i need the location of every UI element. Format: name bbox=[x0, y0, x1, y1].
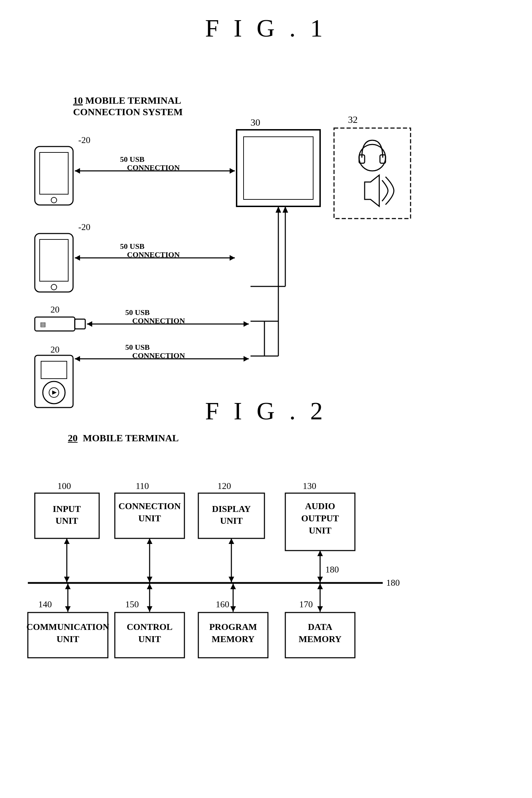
svg-text:UNIT: UNIT bbox=[138, 634, 161, 644]
svg-marker-79 bbox=[64, 538, 70, 544]
svg-rect-50 bbox=[41, 361, 67, 379]
fig2-title: F I G . 2 bbox=[0, 397, 532, 426]
svg-text:180: 180 bbox=[386, 578, 400, 588]
svg-marker-45 bbox=[244, 321, 249, 327]
svg-rect-4 bbox=[244, 137, 313, 199]
svg-text:170: 170 bbox=[299, 599, 313, 609]
svg-text:-20: -20 bbox=[78, 135, 90, 145]
svg-text:CONNECTION SYSTEM: CONNECTION SYSTEM bbox=[73, 106, 183, 117]
svg-marker-88 bbox=[317, 551, 323, 556]
svg-text:CONTROL: CONTROL bbox=[127, 622, 172, 632]
svg-rect-6 bbox=[334, 128, 411, 219]
svg-marker-86 bbox=[229, 577, 234, 582]
svg-text:MEMORY: MEMORY bbox=[299, 634, 342, 644]
svg-marker-118 bbox=[317, 606, 323, 612]
svg-marker-112 bbox=[147, 606, 152, 612]
svg-marker-115 bbox=[230, 606, 236, 612]
svg-marker-109 bbox=[65, 606, 71, 612]
svg-text:50 USB: 50 USB bbox=[125, 343, 150, 351]
svg-rect-13 bbox=[40, 152, 68, 194]
svg-text:UNIT: UNIT bbox=[309, 526, 331, 536]
svg-marker-117 bbox=[317, 584, 323, 589]
fig2-diagram: 100 INPUT UNIT 110 CONNECTION UNIT 120 D… bbox=[0, 454, 532, 767]
svg-marker-44 bbox=[87, 321, 92, 327]
svg-text:CONNECTION: CONNECTION bbox=[127, 250, 180, 259]
svg-marker-16 bbox=[75, 168, 80, 174]
svg-text:DATA: DATA bbox=[308, 622, 332, 632]
fig2-section: F I G . 2 20 MOBILE TERMINAL 100 INPUT U… bbox=[0, 383, 532, 798]
svg-text:-20: -20 bbox=[78, 222, 90, 232]
fig1-section: F I G . 1 10 MOBILE TERMINAL CONNECTION … bbox=[0, 0, 532, 383]
svg-text:140: 140 bbox=[38, 599, 52, 609]
svg-text:20: 20 bbox=[50, 305, 59, 315]
svg-text:UNIT: UNIT bbox=[220, 516, 243, 526]
svg-marker-85 bbox=[229, 538, 234, 544]
svg-marker-82 bbox=[147, 538, 152, 544]
svg-rect-41 bbox=[75, 319, 85, 329]
svg-text:110: 110 bbox=[136, 481, 149, 491]
svg-text:50 USB: 50 USB bbox=[125, 308, 150, 317]
svg-text:CONNECTION: CONNECTION bbox=[132, 351, 185, 360]
svg-marker-17 bbox=[230, 168, 235, 174]
svg-marker-56 bbox=[244, 356, 249, 362]
svg-text:UNIT: UNIT bbox=[56, 634, 79, 644]
svg-text:DISPLAY: DISPLAY bbox=[212, 504, 251, 514]
svg-marker-89 bbox=[317, 577, 323, 582]
svg-marker-111 bbox=[147, 584, 152, 589]
svg-text:COMMUNICATION: COMMUNICATION bbox=[26, 622, 109, 632]
svg-text:UNIT: UNIT bbox=[138, 513, 161, 523]
svg-text:130: 130 bbox=[303, 481, 316, 491]
svg-text:INPUT: INPUT bbox=[53, 504, 81, 514]
svg-text:150: 150 bbox=[125, 599, 139, 609]
svg-marker-80 bbox=[64, 577, 70, 582]
svg-rect-22 bbox=[40, 239, 68, 281]
svg-text:20: 20 bbox=[50, 345, 59, 355]
fig1-title: F I G . 1 bbox=[0, 14, 532, 43]
svg-marker-55 bbox=[75, 356, 80, 362]
svg-text:50 USB: 50 USB bbox=[120, 155, 145, 164]
svg-text:MEMORY: MEMORY bbox=[212, 634, 255, 644]
svg-marker-114 bbox=[230, 584, 236, 589]
svg-marker-108 bbox=[65, 584, 71, 589]
svg-text:100: 100 bbox=[57, 481, 71, 491]
svg-text:50 USB: 50 USB bbox=[120, 242, 145, 251]
svg-text:180: 180 bbox=[325, 564, 339, 575]
svg-text:30: 30 bbox=[251, 117, 260, 128]
svg-text:AUDIO: AUDIO bbox=[305, 501, 335, 511]
svg-text:160: 160 bbox=[216, 599, 229, 609]
svg-marker-26 bbox=[230, 255, 235, 261]
svg-marker-25 bbox=[75, 255, 80, 261]
svg-text:CONNECTION: CONNECTION bbox=[127, 163, 180, 172]
svg-text:▤: ▤ bbox=[40, 321, 46, 328]
svg-text:OUTPUT: OUTPUT bbox=[301, 513, 339, 523]
svg-marker-83 bbox=[147, 577, 152, 582]
mobile-terminal-label: 20 MOBILE TERMINAL bbox=[0, 433, 532, 444]
svg-text:CONNECTION: CONNECTION bbox=[118, 501, 181, 511]
svg-text:120: 120 bbox=[217, 481, 231, 491]
svg-text:32: 32 bbox=[348, 114, 358, 125]
svg-text:CONNECTION: CONNECTION bbox=[132, 316, 185, 325]
svg-text:10
       MOBILE TERMINAL: 10 MOBILE TERMINAL bbox=[73, 95, 181, 106]
svg-text:UNIT: UNIT bbox=[55, 516, 78, 526]
svg-marker-38 bbox=[283, 206, 288, 213]
svg-text:PROGRAM: PROGRAM bbox=[209, 622, 257, 632]
fig1-diagram: 10 MOBILE TERMINAL CONNECTION SYSTEM 30 … bbox=[0, 50, 532, 419]
svg-marker-33 bbox=[276, 206, 281, 213]
